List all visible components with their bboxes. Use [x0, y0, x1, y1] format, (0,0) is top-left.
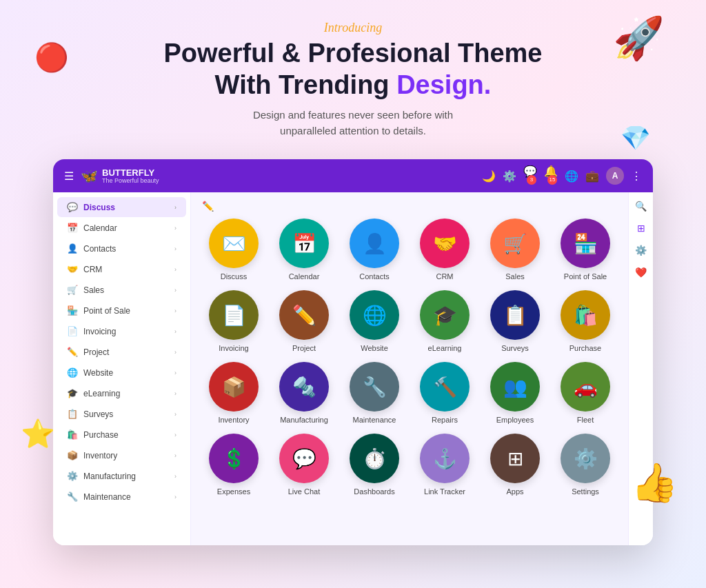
sidebar-label: Purchase [83, 430, 169, 440]
sidebar-item-inventory[interactable]: 📦 Inventory › [57, 445, 186, 465]
chevron-right-icon: › [174, 390, 176, 397]
app-item-contacts[interactable]: 👤 Contacts [343, 219, 406, 281]
sidebar-item-discuss[interactable]: 💬 Discuss › [57, 197, 186, 217]
sidebar-item-maintenance[interactable]: 🔧 Maintenance › [57, 487, 186, 507]
settings-icon[interactable]: ⚙️ [503, 170, 516, 183]
app-label: Expenses [217, 487, 250, 496]
app-item-apps[interactable]: ⊞ Apps [483, 434, 547, 496]
app-label: Contacts [359, 272, 389, 281]
chevron-right-icon: › [174, 266, 176, 273]
app-icon: 🎓 [420, 290, 470, 340]
sidebar-label: Point of Sale [83, 306, 169, 316]
briefcase-icon[interactable]: 💼 [585, 170, 599, 183]
app-item-invoicing[interactable]: 📄 Invoicing [202, 290, 265, 352]
app-item-maintenance[interactable]: 🔧 Maintenance [343, 362, 406, 424]
sidebar-icon: 🎓 [67, 388, 78, 398]
app-grid: ✉️ Discuss 📅 Calendar 👤 Contacts 🤝 CRM 🛒… [202, 219, 617, 496]
sidebar-item-surveys[interactable]: 📋 Surveys › [57, 404, 186, 424]
sidebar-item-crm[interactable]: 🤝 CRM › [57, 259, 186, 279]
chevron-right-icon: › [174, 411, 176, 418]
right-toolbar-icon-3[interactable]: ❤️ [635, 267, 647, 278]
app-icon: 🔨 [420, 362, 470, 412]
sidebar-item-point-of-sale[interactable]: 🏪 Point of Sale › [57, 301, 186, 321]
sidebar-label: Manufacturing [83, 472, 169, 481]
app-item-project[interactable]: ✏️ Project [272, 290, 336, 352]
app-label: Repairs [432, 416, 458, 424]
app-item-fleet[interactable]: 🚗 Fleet [554, 362, 617, 424]
app-item-calendar[interactable]: 📅 Calendar [272, 219, 336, 281]
chevron-right-icon: › [174, 349, 176, 356]
app-item-purchase[interactable]: 🛍️ Purchase [554, 290, 617, 352]
app-item-discuss[interactable]: ✉️ Discuss [202, 219, 265, 281]
hero-title: Powerful & Profesional Theme With Trendi… [14, 38, 692, 101]
logo-name: BUTTERFLY [102, 168, 154, 178]
app-item-repairs[interactable]: 🔨 Repairs [413, 362, 476, 424]
app-label: CRM [436, 272, 453, 281]
star-decoration: ⭐ [21, 418, 55, 450]
app-item-dashboards[interactable]: ⏱️ Dashboards [343, 434, 406, 496]
app-icon: ✉️ [209, 219, 259, 268]
globe-icon[interactable]: 🌐 [565, 170, 578, 183]
app-item-inventory[interactable]: 📦 Inventory [202, 362, 265, 424]
chevron-right-icon: › [174, 245, 176, 252]
sidebar-item-sales[interactable]: 🛒 Sales › [57, 280, 186, 300]
sidebar-icon: 🤝 [67, 264, 78, 274]
moon-icon[interactable]: 🌙 [482, 170, 496, 183]
app-icon: 🛍️ [561, 290, 610, 340]
sidebar-label: Maintenance [83, 492, 169, 502]
hamburger-menu[interactable]: ☰ [64, 170, 74, 183]
app-item-expenses[interactable]: 💲 Expenses [202, 434, 265, 496]
app-item-manufacturing[interactable]: 🔩 Manufacturing [272, 362, 336, 424]
more-icon[interactable]: ⋮ [631, 170, 642, 183]
app-item-employees[interactable]: 👥 Employees [483, 362, 547, 424]
sidebar-icon: 📄 [67, 326, 78, 336]
sidebar-item-manufacturing[interactable]: ⚙️ Manufacturing › [57, 466, 186, 486]
notif-badge: 15 [547, 175, 557, 185]
app-label: Calendar [289, 272, 320, 281]
app-label: Maintenance [353, 416, 396, 424]
user-avatar[interactable]: A [606, 167, 624, 185]
sidebar-icon: 🌐 [67, 367, 78, 378]
sidebar-icon: 👤 [67, 243, 78, 254]
chat-badge: 3 [527, 175, 536, 185]
sidebar-label: Sales [83, 285, 169, 295]
chevron-right-icon: › [174, 204, 176, 211]
edit-icon[interactable]: ✏️ [202, 201, 617, 212]
sidebar-item-elearning[interactable]: 🎓 eLearning › [57, 383, 186, 403]
sidebar-label: Inventory [83, 451, 169, 460]
chevron-right-icon: › [174, 369, 176, 376]
app-item-sales[interactable]: 🛒 Sales [483, 219, 547, 281]
right-toolbar-icon-2[interactable]: ⚙️ [635, 245, 647, 256]
app-item-crm[interactable]: 🤝 CRM [413, 219, 476, 281]
app-item-live-chat[interactable]: 💬 Live Chat [272, 434, 336, 496]
sidebar-item-invoicing[interactable]: 📄 Invoicing › [57, 321, 186, 341]
sidebar-label: Invoicing [83, 327, 169, 336]
app-item-link-tracker[interactable]: ⚓ Link Tracker [413, 434, 476, 496]
app-label: Purchase [569, 344, 601, 352]
sidebar-icon: ✏️ [67, 347, 78, 357]
sidebar-icon: 💬 [67, 202, 78, 212]
topbar: ☰ 🦋 BUTTERFLY The Powerful beauty 🌙 ⚙️ 💬… [53, 159, 653, 192]
sidebar-label: Contacts [83, 244, 169, 254]
right-toolbar-icon-1[interactable]: ⊞ [637, 223, 645, 234]
sidebar-item-purchase[interactable]: 🛍️ Purchase › [57, 425, 186, 445]
main-layout: 💬 Discuss › 📅 Calendar › 👤 Contacts › 🤝 … [53, 192, 653, 545]
sidebar-icon: 🔧 [67, 491, 78, 502]
sidebar-label: eLearning [83, 389, 169, 398]
chat-icon-wrapper[interactable]: 💬3 [523, 165, 537, 187]
app-item-website[interactable]: 🌐 Website [343, 290, 406, 352]
sidebar-item-calendar[interactable]: 📅 Calendar › [57, 218, 186, 238]
chevron-right-icon: › [174, 432, 176, 438]
app-item-point-of-sale[interactable]: 🏪 Point of Sale [554, 219, 617, 281]
chevron-right-icon: › [174, 473, 176, 480]
notif-icon-wrapper[interactable]: 🔔15 [544, 165, 558, 187]
right-toolbar-icon-0[interactable]: 🔍 [635, 201, 647, 212]
sidebar-item-website[interactable]: 🌐 Website › [57, 363, 186, 383]
app-item-settings[interactable]: ⚙️ Settings [554, 434, 617, 496]
app-icon: 📋 [490, 290, 540, 340]
app-item-surveys[interactable]: 📋 Surveys [483, 290, 547, 352]
sidebar-item-contacts[interactable]: 👤 Contacts › [57, 239, 186, 258]
app-item-elearning[interactable]: 🎓 eLearning [413, 290, 476, 352]
app-icon: 🛒 [490, 219, 540, 268]
sidebar-item-project[interactable]: ✏️ Project › [57, 342, 186, 362]
